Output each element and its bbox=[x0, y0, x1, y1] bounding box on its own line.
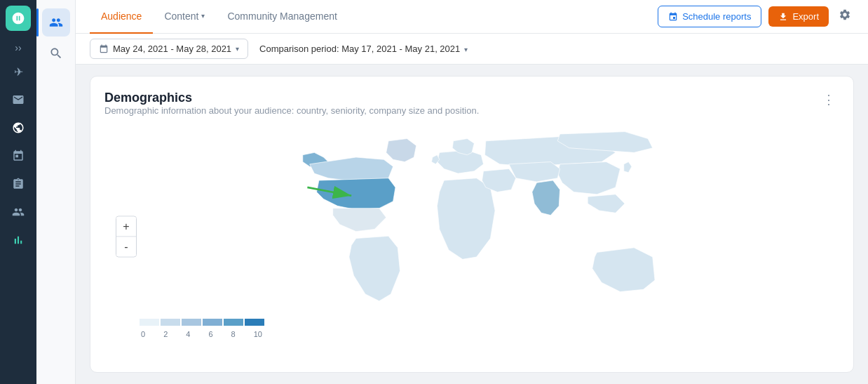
legend-label-4: 4 bbox=[186, 330, 190, 338]
main-area: Audience Content ▾ Community Management … bbox=[76, 0, 868, 384]
legend-segment-5 bbox=[224, 319, 243, 326]
legend-segment-4 bbox=[203, 319, 222, 326]
export-button[interactable]: Export bbox=[768, 6, 829, 27]
sidebar-search-icon[interactable] bbox=[42, 39, 70, 67]
nav-inbox-icon[interactable] bbox=[6, 87, 31, 112]
map-legend: 0 2 4 6 8 10 bbox=[140, 319, 264, 338]
top-actions: Schedule reports Export bbox=[658, 6, 854, 27]
nav-chart-icon[interactable] bbox=[6, 227, 31, 253]
content-chevron-icon: ▾ bbox=[201, 12, 205, 20]
schedule-icon bbox=[668, 12, 678, 22]
active-indicator bbox=[36, 8, 39, 37]
settings-icon bbox=[839, 8, 851, 21]
demographics-title: Demographics bbox=[104, 91, 479, 105]
nav-calendar-icon[interactable] bbox=[6, 143, 31, 168]
tab-content[interactable]: Content ▾ bbox=[153, 0, 216, 34]
tab-community-management[interactable]: Community Management bbox=[216, 0, 348, 34]
nav-users-icon[interactable] bbox=[6, 199, 31, 225]
filter-bar: May 24, 2021 - May 28, 2021 ▾ Comparison… bbox=[76, 34, 868, 65]
zoom-in-button[interactable]: + bbox=[116, 216, 136, 236]
zoom-out-button[interactable]: - bbox=[116, 237, 136, 256]
card-header: Demographics Demographic information abo… bbox=[104, 91, 839, 124]
export-icon bbox=[778, 12, 788, 22]
legend-segment-1 bbox=[140, 319, 159, 326]
top-navigation: Audience Content ▾ Community Management … bbox=[76, 0, 868, 34]
calendar-icon bbox=[99, 44, 109, 54]
legend-segment-2 bbox=[161, 319, 180, 326]
date-chevron-icon: ▾ bbox=[236, 45, 239, 53]
sidebar-light bbox=[36, 0, 76, 384]
nav-globe-icon[interactable] bbox=[6, 115, 31, 140]
nav-tabs: Audience Content ▾ Community Management bbox=[90, 0, 658, 34]
tab-audience[interactable]: Audience bbox=[90, 0, 153, 34]
settings-button[interactable] bbox=[836, 6, 854, 27]
comparison-period: Comparison period: May 17, 2021 - May 21… bbox=[259, 44, 468, 54]
sidebar-audience-icon[interactable] bbox=[42, 8, 70, 37]
world-map-svg bbox=[104, 127, 839, 312]
legend-label-0: 0 bbox=[141, 330, 145, 338]
date-range-picker[interactable]: May 24, 2021 - May 28, 2021 ▾ bbox=[90, 39, 248, 59]
sidebar-dark: ›› ✈ bbox=[0, 0, 36, 384]
logo[interactable] bbox=[6, 6, 31, 31]
zoom-controls: + - bbox=[116, 216, 137, 257]
legend-label-10: 10 bbox=[254, 330, 262, 338]
world-map: + - 0 2 bbox=[104, 127, 839, 345]
legend-segment-3 bbox=[182, 319, 201, 326]
expand-icon[interactable]: ›› bbox=[12, 39, 24, 56]
legend-label-6: 6 bbox=[208, 330, 212, 338]
nav-clipboard-icon[interactable] bbox=[6, 171, 31, 197]
schedule-reports-button[interactable]: Schedule reports bbox=[658, 6, 761, 27]
legend-bar bbox=[140, 319, 264, 326]
card-title-area: Demographics Demographic information abo… bbox=[104, 91, 479, 124]
comparison-chevron-icon: ▾ bbox=[464, 46, 468, 53]
demographics-card: Demographics Demographic information abo… bbox=[90, 76, 854, 373]
card-menu-button[interactable]: ⋮ bbox=[818, 91, 839, 109]
legend-label-2: 2 bbox=[163, 330, 168, 338]
legend-segment-6 bbox=[245, 319, 264, 326]
legend-labels: 0 2 4 6 8 10 bbox=[140, 330, 264, 338]
nav-paper-plane-icon[interactable]: ✈ bbox=[6, 59, 31, 84]
demographics-subtitle: Demographic information about your audie… bbox=[104, 105, 479, 116]
content-area: Demographics Demographic information abo… bbox=[76, 65, 868, 384]
legend-label-8: 8 bbox=[231, 330, 236, 338]
